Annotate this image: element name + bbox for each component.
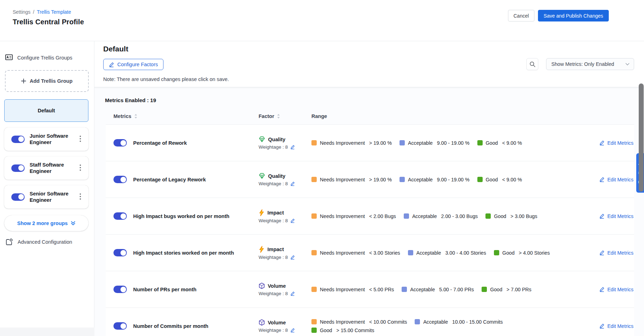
- edit-metrics-link[interactable]: Edit Metrics: [599, 287, 633, 292]
- cancel-button[interactable]: Cancel: [508, 10, 535, 21]
- enable-toggle[interactable]: [11, 164, 25, 172]
- range-cell: Needs Improvement< 5.00 PRsAcceptable5.0…: [307, 287, 571, 292]
- range-item: Acceptable10.00 - 15.00 Commits: [415, 319, 503, 325]
- group-card-default[interactable]: Default: [4, 99, 88, 122]
- metrics-table: Metrics Factor Range: [106, 108, 634, 336]
- breadcrumb-trellis-template[interactable]: Trellis Template: [37, 9, 71, 15]
- header-left: Settings / Trellis Template Trellis Cent…: [13, 0, 84, 41]
- group-menu-button[interactable]: [78, 192, 83, 202]
- range-label: Needs Improvement: [320, 287, 365, 292]
- edit-weightage-icon[interactable]: [290, 291, 295, 296]
- show-metrics-dropdown[interactable]: Show Metrics: Only Enabled: [546, 58, 634, 70]
- breadcrumb-separator: /: [33, 9, 35, 15]
- edit-weightage-icon[interactable]: [290, 145, 295, 149]
- factor: Volume: [259, 282, 307, 289]
- range-color-swatch: [311, 328, 317, 333]
- factor: Quality: [259, 173, 307, 179]
- range-color-swatch: [404, 213, 409, 219]
- range-value: < 10.00 Commits: [369, 319, 407, 325]
- range-label: Needs Improvement: [320, 250, 365, 256]
- weightage-label: Weightage : 8: [259, 291, 288, 296]
- group-menu-button[interactable]: [78, 163, 83, 173]
- range-item: Needs Improvement> 19.00 %: [311, 177, 392, 182]
- edit-metrics-link[interactable]: Edit Metrics: [599, 140, 633, 146]
- edit-cell: Edit Metrics: [571, 140, 634, 146]
- edit-weightage-icon[interactable]: [290, 328, 295, 332]
- search-button[interactable]: [526, 58, 538, 70]
- edit-icon: [599, 323, 605, 329]
- metric-row: High Impact bugs worked on per monthImpa…: [106, 198, 634, 234]
- enable-toggle[interactable]: [113, 286, 127, 293]
- enable-toggle[interactable]: [11, 136, 25, 143]
- edit-weightage-icon[interactable]: [290, 218, 295, 223]
- range-value: 9.00 - 19.00 %: [437, 177, 469, 182]
- column-header-factor[interactable]: Factor: [259, 113, 280, 119]
- toggle-knob: [120, 323, 126, 329]
- enable-toggle[interactable]: [113, 322, 127, 330]
- edit-metrics-link[interactable]: Edit Metrics: [599, 177, 633, 182]
- range-item: Good< 9.00 %: [477, 140, 522, 146]
- breadcrumb-settings[interactable]: Settings: [13, 9, 31, 15]
- group-card[interactable]: Staff Software Engineer: [4, 156, 88, 180]
- advanced-configuration-link[interactable]: Advanced Configuration: [5, 238, 94, 246]
- breadcrumb: Settings / Trellis Template: [13, 9, 84, 15]
- range-value: 2.00 - 3.00 Bugs: [441, 213, 478, 219]
- range-item: Acceptable9.00 - 19.00 %: [400, 140, 469, 146]
- table-body: Percentage of ReworkQualityWeightage : 8…: [106, 124, 634, 336]
- enable-toggle[interactable]: [11, 193, 25, 201]
- edit-metrics-label: Edit Metrics: [607, 323, 633, 329]
- edit-metrics-label: Edit Metrics: [607, 213, 633, 219]
- group-name-default: Default: [38, 108, 55, 113]
- vertical-scrollbar[interactable]: [639, 83, 644, 192]
- range-value: > 3.00 Bugs: [510, 213, 537, 219]
- enable-toggle[interactable]: [113, 176, 127, 183]
- group-card[interactable]: Junior Software Engineer: [4, 127, 88, 151]
- range-label: Good: [486, 140, 498, 146]
- group-card[interactable]: Senior Software Engineer: [4, 185, 88, 209]
- range-value: 5.00 - 7.00 PRs: [439, 287, 474, 292]
- metrics-enabled-count: Metrics Enabled : 19: [105, 97, 644, 103]
- factor: Volume: [259, 319, 307, 326]
- plus-icon: [21, 79, 26, 83]
- edit-weightage-icon[interactable]: [290, 181, 295, 186]
- group-menu-button[interactable]: [78, 134, 83, 144]
- add-trellis-group-button[interactable]: Add Trellis Group: [5, 70, 89, 92]
- range-label: Needs Improvement: [320, 319, 365, 325]
- edit-weightage-icon[interactable]: [290, 255, 295, 260]
- range-value: < 5.00 PRs: [369, 287, 394, 292]
- chevron-down-icon: [625, 63, 630, 66]
- configure-factors-button[interactable]: Configure Factors: [103, 59, 163, 70]
- range-item: Good> 4.00 Stories: [494, 250, 550, 256]
- save-and-publish-button[interactable]: Save and Publish Changes: [538, 10, 609, 21]
- enable-toggle[interactable]: [113, 249, 127, 256]
- advanced-configuration-icon: [5, 238, 13, 246]
- edit-metrics-label: Edit Metrics: [607, 140, 633, 146]
- metric-name: High Impact stories worked on per month: [133, 250, 234, 256]
- enable-toggle[interactable]: [113, 212, 127, 220]
- column-header-metrics[interactable]: Metrics: [113, 113, 137, 119]
- header-actions: Cancel Save and Publish Changes: [508, 0, 609, 41]
- edit-metrics-link[interactable]: Edit Metrics: [599, 250, 633, 256]
- range-item: Needs Improvement< 5.00 PRs: [311, 287, 394, 292]
- show-more-groups-button[interactable]: Show 2 more groups: [4, 215, 88, 231]
- range-color-swatch: [311, 287, 317, 292]
- range-value: 9.00 - 19.00 %: [437, 140, 469, 146]
- trellis-groups-icon: [5, 53, 13, 62]
- enable-toggle[interactable]: [113, 139, 127, 147]
- range-label: Acceptable: [412, 213, 437, 219]
- range-value: 10.00 - 15.00 Commits: [452, 319, 503, 325]
- toggle-knob: [120, 287, 126, 292]
- range-item: Needs Improvement< 3.00 Stories: [311, 250, 400, 256]
- factor: Quality: [259, 136, 307, 143]
- range-item: Good> 3.00 Bugs: [485, 213, 537, 219]
- range-value: > 4.00 Stories: [519, 250, 550, 256]
- range-value: > 15.00 Commits: [336, 328, 374, 333]
- range-color-swatch: [482, 287, 487, 292]
- edit-metrics-link[interactable]: Edit Metrics: [599, 213, 633, 219]
- page-title: Trellis Central Profile: [13, 18, 84, 26]
- main-content: Default Configure Factors Note: There ar…: [94, 41, 644, 336]
- metric-cell: Percentage of Rework: [113, 139, 254, 147]
- metric-row: High Impact stories worked on per monthI…: [106, 234, 634, 271]
- edit-metrics-link[interactable]: Edit Metrics: [599, 323, 633, 329]
- quality-icon: [259, 136, 265, 143]
